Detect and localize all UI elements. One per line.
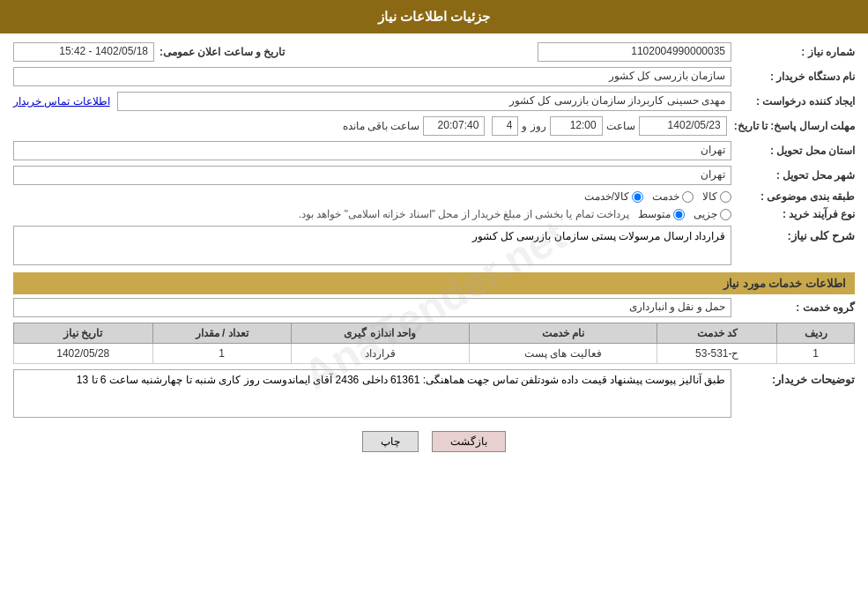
cell-tedad: 1	[152, 344, 291, 364]
shahr-label: شهر محل تحویل :	[731, 169, 855, 182]
zaman-value: 20:07:40	[423, 116, 485, 136]
noe-jazee-label: جزیی	[694, 208, 717, 220]
tabaqe-khedmat-item: خدمت	[652, 190, 694, 203]
namDastgah-label: نام دستگاه خریدار :	[731, 71, 855, 83]
grohKhedmat-label: گروه خدمت :	[731, 301, 855, 314]
tabaqe-row: طبقه بندی موضوعی : کالا خدمت کالا/خدمت	[13, 190, 855, 203]
tabaqe-kala-khedmat-label: کالا/خدمت	[584, 190, 629, 203]
roz-value: 4	[492, 116, 518, 136]
tabaqe-kala-label: کالا	[702, 190, 717, 203]
shahr-row: شهر محل تحویل : تهران	[13, 166, 855, 185]
sharhNiaz-label: شرح کلی نیاز:	[731, 226, 855, 242]
noeFarayand-radio-group: جزیی متوسط	[638, 208, 731, 220]
col-vahed: واحد اندازه گیری	[291, 323, 469, 344]
table-header-row: ردیف کد خدمت نام خدمت واحد اندازه گیری ت…	[14, 323, 855, 344]
date-value: 1402/05/23	[639, 116, 727, 136]
tabaqe-kala-khedmat-item: کالا/خدمت	[584, 190, 643, 203]
col-kod: کد خدمت	[657, 323, 777, 344]
tabaqe-label: طبقه بندی موضوعی :	[731, 190, 855, 203]
sharhNiaz-textarea[interactable]	[13, 226, 731, 265]
tabaqe-kala-khedmat-radio[interactable]	[632, 191, 643, 203]
tarikhElan-label: تاریخ و ساعت اعلان عمومی:	[154, 46, 285, 58]
tabaqe-khedmat-radio[interactable]	[682, 191, 694, 203]
mohlatErsal-label: مهلت ارسال پاسخ: تا تاریخ:	[727, 120, 855, 132]
buttons-row: بازگشت چاپ	[13, 431, 855, 465]
page-wrapper: AnaТender.net جزئیات اطلاعات نیاز شماره …	[0, 0, 868, 609]
ijadKonande-row: ایجاد کننده درخواست : مهدی حسینی کاربردا…	[13, 92, 855, 111]
roz-label: روز و	[518, 120, 549, 132]
cell-kod: ح-531-53	[657, 344, 777, 364]
ijadKonande-label: ایجاد کننده درخواست :	[731, 95, 855, 108]
ostan-label: استان محل تحویل :	[731, 145, 855, 157]
ijadKonande-link[interactable]: اطلاعات تماس خریدار	[13, 95, 117, 108]
tabaqe-kala-item: کالا	[702, 190, 731, 203]
saat-label: ساعت	[603, 120, 639, 132]
tabaqe-khedmat-label: خدمت	[652, 190, 679, 203]
noeFarayand-row: نوع فرآیند خرید : جزیی متوسط پرداخت تمام…	[13, 208, 855, 220]
page-header: جزئیات اطلاعات نیاز	[0, 0, 868, 33]
tarikhElan-value: 1402/05/18 - 15:42	[13, 42, 154, 62]
shomareNiaz-value: 1102004990000035	[538, 42, 731, 62]
noe-jazee-item: جزیی	[694, 208, 731, 220]
services-table: ردیف کد خدمت نام خدمت واحد اندازه گیری ت…	[13, 323, 855, 364]
noeFarayand-label: نوع فرآیند خرید :	[731, 208, 855, 220]
noe-motevaset-label: متوسط	[638, 208, 671, 220]
sharhNiaz-row: شرح کلی نیاز:	[13, 226, 855, 265]
namDastgah-row: نام دستگاه خریدار : سازمان بازرسی کل کشو…	[13, 67, 855, 86]
grohKhedmat-value: حمل و نقل و انبارداری	[13, 298, 731, 317]
khedamat-section-header: اطلاعات خدمات مورد نیاز	[13, 272, 855, 294]
cell-radif: 1	[777, 344, 855, 364]
col-tedad: تعداد / مقدار	[152, 323, 291, 344]
ostan-row: استان محل تحویل : تهران	[13, 141, 855, 160]
ijadKonande-value: مهدی حسینی کاربرداز سازمان بازرسی کل کشو…	[117, 92, 731, 111]
table-row: 1ح-531-53فعالیت های پستقرارداد11402/05/2…	[14, 344, 855, 364]
back-button[interactable]: بازگشت	[432, 431, 506, 452]
cell-nam: فعالیت های پست	[469, 344, 657, 364]
grohKhedmat-row: گروه خدمت : حمل و نقل و انبارداری	[13, 298, 855, 317]
shomareNiaz-row: شماره نیاز : 1102004990000035 تاریخ و سا…	[13, 42, 855, 62]
ostan-value: تهران	[13, 141, 731, 160]
noe-jazee-radio[interactable]	[720, 209, 731, 220]
noe-motevaset-item: متوسط	[638, 208, 685, 220]
namDastgah-value: سازمان بازرسی کل کشور	[13, 67, 731, 86]
cell-tarikh: 1402/05/28	[14, 344, 153, 364]
tozihat-label: توضیحات خریدار:	[731, 369, 855, 386]
col-tarikh: تاریخ نیاز	[14, 323, 153, 344]
print-button[interactable]: چاپ	[362, 431, 419, 452]
shahr-value: تهران	[13, 166, 731, 185]
tozihat-row: توضیحات خریدار:	[13, 369, 855, 418]
mohlatErsal-row: مهلت ارسال پاسخ: تا تاریخ: 1402/05/23 سا…	[13, 116, 855, 136]
page-title: جزئیات اطلاعات نیاز	[378, 9, 490, 24]
saat-bagi-label: ساعت باقی مانده	[339, 120, 424, 132]
col-radif: ردیف	[777, 323, 855, 344]
cell-vahed: قرارداد	[291, 344, 469, 364]
tabaqe-kala-radio[interactable]	[720, 191, 731, 203]
content-area: شماره نیاز : 1102004990000035 تاریخ و سا…	[0, 33, 868, 474]
noe-description: پرداخت تمام یا بخشی از مبلغ خریدار از مح…	[299, 208, 638, 220]
saat-value: 12:00	[550, 116, 603, 136]
col-nam: نام خدمت	[469, 323, 657, 344]
shomareNiaz-label: شماره نیاز :	[731, 46, 855, 58]
tabaqe-radio-group: کالا خدمت کالا/خدمت	[584, 190, 731, 203]
tozihat-textarea[interactable]	[13, 369, 731, 418]
noe-motevaset-radio[interactable]	[673, 209, 685, 220]
